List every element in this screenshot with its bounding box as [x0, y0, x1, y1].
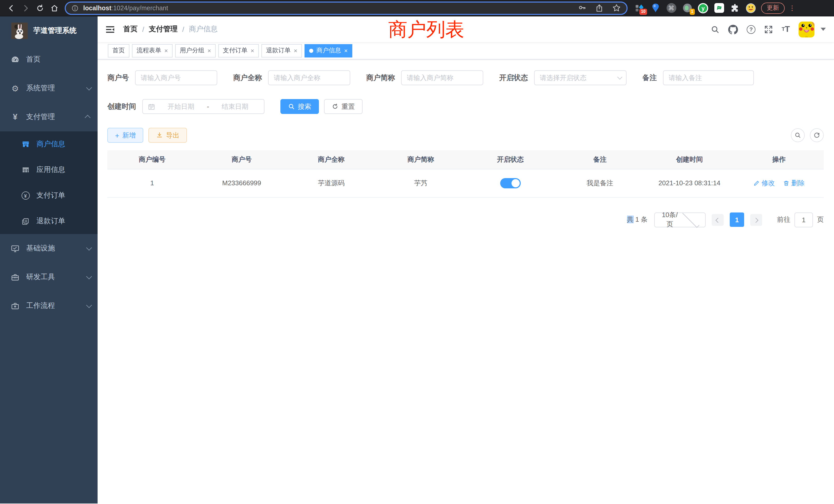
sidebar-item-workflow[interactable]: 工作流程 [0, 292, 97, 320]
add-button[interactable]: +新增 [107, 128, 143, 143]
next-page-button[interactable] [750, 214, 762, 226]
extension-recorder-icon[interactable]: 1 [682, 3, 692, 13]
col-header: 商户编号 [107, 151, 197, 169]
chevron-up-icon [85, 115, 91, 121]
extension-badge: 10 [639, 8, 647, 15]
sidebar-item-pay-order[interactable]: ¥ 支付订单 [0, 183, 97, 208]
app-title: 芋道管理系统 [34, 26, 76, 36]
extensions-row: 10 ⌘ 1 y [634, 3, 756, 13]
show-search-toggle-button[interactable] [791, 128, 805, 142]
sidebar-item-dev-tools[interactable]: 研发工具 [0, 263, 97, 292]
back-icon[interactable] [5, 1, 18, 15]
rabbit-logo [11, 23, 28, 39]
forward-icon[interactable] [20, 1, 32, 15]
breadcrumb-current: 商户信息 [189, 25, 218, 34]
tab-refund-order[interactable]: 退款订单× [261, 44, 302, 57]
full-name-input[interactable] [274, 74, 345, 82]
sidebar-fold-icon[interactable] [105, 24, 115, 34]
merchant-table: 商户编号 商户号 商户全称 商户简称 开启状态 备注 创建时间 操作 1 [107, 151, 824, 197]
share-icon[interactable] [595, 4, 603, 12]
close-icon[interactable]: × [207, 47, 211, 54]
merchant-no-input[interactable] [141, 74, 212, 82]
sidebar-item-merchant-info[interactable]: 商户信息 [0, 131, 97, 157]
gear-icon: ⚙ [11, 84, 20, 93]
close-icon[interactable]: × [294, 47, 297, 54]
search-button[interactable]: 搜索 [280, 99, 319, 114]
reset-button[interactable]: 重置 [324, 99, 363, 114]
extension-tiles-icon[interactable]: 10 [634, 3, 644, 13]
command-glyph: ⌘ [666, 3, 676, 13]
merchant-list-page: 商户号 商户全称 商户简称 开启状态 请选择开启状态 [97, 60, 834, 503]
caret-down-icon[interactable] [821, 28, 826, 31]
extension-chat-icon[interactable] [714, 3, 724, 13]
breadcrumb-home[interactable]: 首页 [123, 25, 138, 34]
close-icon[interactable]: × [164, 47, 168, 54]
extension-y-icon[interactable]: y [698, 3, 708, 13]
extension-puzzle-icon[interactable] [730, 3, 740, 13]
remark-input[interactable] [668, 74, 748, 82]
tab-merchant-info[interactable]: 商户信息× [305, 44, 352, 57]
sidebar-item-label: 支付管理 [26, 112, 55, 122]
github-icon[interactable] [728, 24, 738, 34]
edit-link[interactable]: 修改 [753, 178, 775, 188]
short-name-input[interactable] [407, 74, 478, 82]
tab-pay-order[interactable]: 支付订单× [218, 44, 259, 57]
sidebar-item-label: 基础设施 [26, 244, 55, 253]
goto-page-input[interactable] [794, 212, 813, 227]
address-bar[interactable]: localhost:1024/pay/merchant [65, 1, 628, 15]
tab-home[interactable]: 首页 [108, 44, 129, 57]
prev-page-button[interactable] [712, 214, 724, 226]
tab-user-group[interactable]: 用户分组× [175, 44, 216, 57]
search-icon[interactable] [711, 25, 720, 33]
extension-pin-icon[interactable] [650, 3, 660, 13]
user-avatar[interactable] [798, 21, 814, 37]
key-icon[interactable] [578, 4, 587, 12]
status-toggle[interactable] [500, 178, 521, 188]
navbar-actions: ? TT [711, 21, 826, 37]
pagination: 共 1 条 10条/页 1 前往 页 [107, 212, 824, 227]
sidebar-item-refund-order[interactable]: 退款订单 [0, 208, 97, 234]
col-header: 创建时间 [645, 151, 734, 169]
create-time-range-picker[interactable]: 开始日期 - 结束日期 [142, 99, 264, 114]
delete-link[interactable]: 删除 [783, 178, 805, 188]
reload-icon[interactable] [34, 1, 46, 15]
breadcrumb-payment[interactable]: 支付管理 [149, 25, 178, 34]
tab-process-form[interactable]: 流程表单× [132, 44, 173, 57]
sidebar-item-payment[interactable]: ¥ 支付管理 [0, 102, 97, 131]
sidebar-item-home[interactable]: 首页 [0, 45, 97, 74]
browser-update-button[interactable]: 更新 [761, 2, 785, 14]
profile-smiley-avatar[interactable] [746, 3, 756, 13]
close-icon[interactable]: × [344, 47, 348, 54]
site-info-icon[interactable] [71, 4, 79, 12]
sidebar-item-label: 研发工具 [26, 273, 55, 282]
sidebar-item-infrastructure[interactable]: 基础设施 [0, 234, 97, 263]
bookmark-star-icon[interactable] [612, 4, 621, 12]
refresh-table-button[interactable] [810, 128, 824, 142]
filter-label-status: 开启状态 [499, 73, 528, 83]
sidebar-item-app-info[interactable]: 应用信息 [0, 157, 97, 183]
status-select[interactable]: 请选择开启状态 [534, 70, 627, 85]
close-icon[interactable]: × [250, 47, 254, 54]
fullscreen-icon[interactable] [764, 25, 773, 33]
edit-pen-icon [753, 180, 760, 186]
home-icon[interactable] [48, 1, 61, 15]
export-button[interactable]: 导出 [148, 128, 187, 143]
cell-merchant-id: 1 [107, 169, 197, 197]
help-icon[interactable]: ? [747, 25, 755, 33]
cell-merchant-no: M233666999 [197, 169, 287, 197]
refresh-icon [332, 103, 338, 110]
sidebar-item-system[interactable]: ⚙ 系统管理 [0, 74, 97, 102]
calendar-icon [148, 103, 155, 110]
pay-order-icon: ¥ [21, 191, 30, 200]
chevron-right-icon [753, 217, 759, 223]
sidebar-logo[interactable]: 芋道管理系统 [0, 17, 97, 45]
sidebar: 芋道管理系统 首页 ⚙ 系统管理 ¥ 支付管理 [0, 17, 97, 503]
extension-command-icon[interactable]: ⌘ [666, 3, 676, 13]
page-size-select[interactable]: 10条/页 [654, 212, 706, 227]
top-navbar: 首页 / 支付管理 / 商户信息 商户列表 ? [97, 17, 834, 42]
dashboard-icon [11, 55, 20, 64]
browser-menu-icon[interactable]: ⋮ [789, 4, 795, 12]
font-size-icon[interactable]: TT [782, 25, 790, 33]
current-page-button[interactable]: 1 [730, 212, 744, 227]
page-annotation-title: 商户列表 [339, 17, 513, 43]
